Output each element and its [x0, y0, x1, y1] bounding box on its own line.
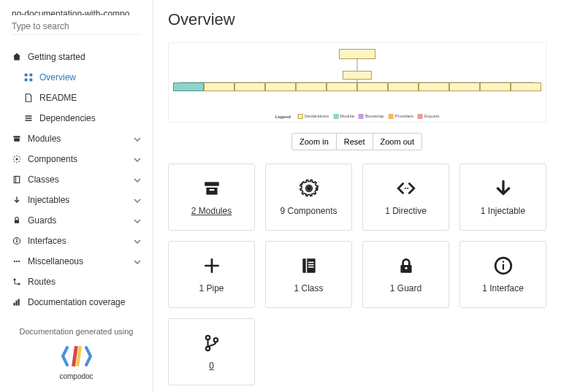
svg-point-16 — [14, 261, 15, 262]
nav: Getting started Overview README Dependen… — [0, 44, 153, 315]
svg-point-18 — [18, 261, 20, 262]
svg-point-9 — [16, 158, 18, 161]
routes-icon — [12, 277, 22, 287]
arrow-down-icon — [494, 178, 513, 199]
nav-label: Interfaces — [28, 236, 66, 246]
nav-miscellaneous[interactable]: Miscellaneous — [0, 251, 153, 272]
svg-rect-44 — [502, 261, 503, 263]
logo-text: compodoc — [12, 372, 141, 380]
list-icon — [23, 113, 34, 123]
sidebar: ng-documentation-with-compodoc documen..… — [0, 0, 153, 392]
card-guards[interactable]: 1 Guard — [362, 241, 449, 308]
nav-label: README — [39, 93, 77, 103]
diagram-node — [234, 82, 265, 91]
zoom-out-button[interactable]: Zoom out — [373, 133, 422, 150]
nav-injectables[interactable]: Injectables — [0, 190, 153, 210]
svg-point-20 — [18, 283, 20, 285]
svg-rect-7 — [14, 136, 20, 137]
svg-rect-4 — [26, 115, 32, 117]
legend-title: Legend — [275, 115, 291, 119]
nav-label: Components — [28, 154, 77, 164]
nav-classes[interactable]: Classes — [0, 169, 153, 190]
diagram-node — [173, 82, 204, 91]
dependency-diagram[interactable]: Legend Declarations Module Bootstrap Pro… — [168, 42, 546, 123]
nav-label: Classes — [28, 174, 59, 185]
chevron-down-icon — [134, 237, 141, 245]
diagram-node — [265, 82, 296, 91]
card-pipes[interactable]: 1 Pipe — [168, 241, 255, 308]
svg-rect-30 — [206, 188, 217, 195]
nav-getting-started[interactable]: Getting started — [0, 47, 153, 67]
svg-point-17 — [16, 261, 18, 262]
nav-coverage[interactable]: Documentation coverage — [0, 292, 153, 312]
diagram-node — [296, 82, 327, 91]
zoom-in-button[interactable]: Zoom in — [291, 133, 337, 150]
nav-overview[interactable]: Overview — [0, 67, 153, 88]
nav-label: Documentation coverage — [28, 297, 125, 307]
nav-label: Dependencies — [39, 113, 96, 123]
nav-label: Routes — [28, 277, 56, 287]
svg-rect-36 — [305, 258, 307, 273]
search-box — [0, 15, 153, 44]
svg-rect-43 — [502, 264, 503, 270]
nav-interfaces[interactable]: Interfaces — [0, 231, 153, 251]
nav-label: Miscellaneous — [28, 256, 83, 266]
home-icon — [12, 52, 22, 62]
svg-point-41 — [405, 267, 407, 269]
card-label: 1 Class — [294, 283, 323, 293]
info-icon — [494, 255, 513, 276]
card-label: 9 Components — [280, 206, 337, 216]
file-icon — [23, 93, 34, 103]
archive-icon — [12, 134, 22, 144]
nav-label: Injectables — [28, 195, 69, 205]
svg-rect-38 — [308, 264, 313, 266]
nav-label: Guards — [28, 215, 56, 226]
reset-button[interactable]: Reset — [336, 133, 373, 150]
branch-icon — [202, 333, 221, 353]
card-directives[interactable]: 1 Directive — [362, 164, 449, 231]
diagram-node — [480, 82, 511, 91]
nav-routes[interactable]: Routes — [0, 272, 153, 292]
nav-components[interactable]: Components — [0, 149, 153, 169]
svg-point-34 — [407, 188, 408, 189]
card-injectables[interactable]: 1 Injectable — [459, 164, 546, 231]
card-modules[interactable]: 2 Modules — [168, 164, 255, 231]
chevron-down-icon — [134, 176, 141, 183]
chevron-down-icon — [134, 217, 141, 224]
svg-point-19 — [14, 279, 16, 281]
nav-modules[interactable]: Modules — [0, 128, 153, 149]
card-components[interactable]: 9 Components — [265, 164, 352, 231]
misc-icon — [12, 256, 22, 266]
search-input[interactable] — [12, 18, 141, 35]
compodoc-logo[interactable]: compodoc — [12, 342, 141, 380]
card-label: 2 Modules — [191, 206, 232, 216]
svg-rect-21 — [14, 303, 15, 306]
card-extra[interactable]: 0 — [168, 318, 255, 385]
diagram-node — [449, 82, 480, 91]
nav-readme[interactable]: README — [0, 88, 153, 108]
nav-label: Getting started — [28, 52, 85, 62]
grid-icon — [23, 72, 34, 82]
nav-dependencies[interactable]: Dependencies — [0, 108, 153, 128]
diagram-node — [204, 82, 234, 91]
page-title: Overview — [168, 10, 546, 29]
svg-rect-35 — [302, 258, 315, 273]
svg-rect-29 — [205, 182, 219, 185]
chevron-down-icon — [134, 155, 141, 163]
svg-rect-23 — [18, 299, 20, 306]
zoom-controls: Zoom in Reset Zoom out — [168, 133, 546, 150]
svg-point-47 — [213, 338, 217, 342]
card-classes[interactable]: 1 Class — [265, 241, 352, 308]
diagram-legend: Legend Declarations Module Bootstrap Pro… — [275, 114, 440, 119]
svg-point-33 — [404, 188, 405, 189]
card-interfaces[interactable]: 1 Interface — [459, 241, 546, 308]
diagram-node — [511, 82, 541, 91]
svg-rect-2 — [25, 79, 28, 82]
svg-rect-0 — [25, 74, 28, 77]
diagram-node — [419, 82, 449, 91]
diagram-node — [327, 82, 357, 91]
nav-guards[interactable]: Guards — [0, 210, 153, 231]
card-label: 1 Interface — [482, 283, 524, 293]
lock-icon — [12, 215, 22, 226]
card-label: 0 — [209, 361, 214, 371]
